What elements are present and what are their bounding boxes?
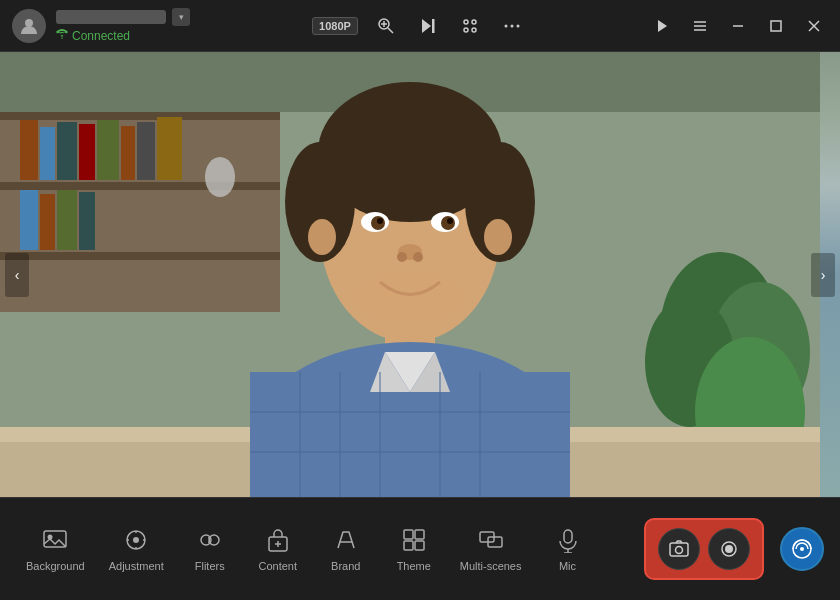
- nav-prev-button[interactable]: ‹: [5, 253, 29, 297]
- content-tool[interactable]: Content: [246, 518, 310, 580]
- username-row: ▾: [56, 8, 190, 26]
- live-button[interactable]: [780, 527, 824, 571]
- multi-scenes-tool[interactable]: Multi-scenes: [450, 518, 532, 580]
- adjustment-tool[interactable]: Adjustment: [99, 518, 174, 580]
- video-scene: [0, 52, 840, 497]
- play-button[interactable]: [648, 12, 676, 40]
- close-button[interactable]: [800, 12, 828, 40]
- svg-point-103: [725, 545, 733, 553]
- svg-point-53: [484, 219, 512, 255]
- svg-point-59: [447, 218, 453, 224]
- adjustment-label: Adjustment: [109, 560, 164, 572]
- svg-rect-97: [564, 530, 572, 543]
- svg-rect-29: [40, 127, 55, 180]
- brand-label: Brand: [331, 560, 360, 572]
- filters-tool[interactable]: Fliters: [178, 518, 242, 580]
- svg-rect-32: [97, 120, 119, 180]
- video-preview: ‹ ›: [0, 52, 840, 497]
- svg-point-7: [464, 20, 468, 24]
- svg-rect-30: [57, 122, 77, 180]
- background-tool[interactable]: Background: [16, 518, 95, 580]
- bottom-toolbar: Background Adjustment: [0, 497, 840, 600]
- multi-scenes-label: Multi-scenes: [460, 560, 522, 572]
- connected-label: Connected: [72, 29, 130, 43]
- svg-rect-28: [20, 120, 38, 180]
- svg-point-62: [413, 252, 423, 262]
- svg-rect-31: [79, 124, 95, 180]
- skip-forward-button[interactable]: [414, 12, 442, 40]
- svg-point-52: [308, 219, 336, 255]
- svg-rect-34: [137, 122, 155, 180]
- svg-point-101: [676, 547, 683, 554]
- brand-tool[interactable]: Brand: [314, 518, 378, 580]
- tool-items-list: Background Adjustment: [16, 518, 644, 580]
- svg-point-0: [25, 19, 33, 27]
- maximize-button[interactable]: [762, 12, 790, 40]
- adjustment-icon: [122, 526, 150, 554]
- svg-rect-92: [415, 530, 424, 539]
- svg-point-8: [472, 20, 476, 24]
- multi-scenes-icon: [477, 526, 505, 554]
- svg-point-40: [205, 157, 235, 197]
- theme-tool[interactable]: Theme: [382, 518, 446, 580]
- mic-tool[interactable]: Mic: [536, 518, 600, 580]
- svg-point-84: [133, 537, 139, 543]
- title-bar: ▾ Connected 1080P: [0, 0, 840, 52]
- svg-rect-36: [20, 190, 38, 250]
- svg-rect-27: [0, 252, 280, 260]
- title-bar-center: 1080P: [312, 12, 526, 40]
- more-button[interactable]: [498, 12, 526, 40]
- brand-icon: [332, 526, 360, 554]
- svg-rect-38: [57, 190, 77, 250]
- svg-rect-39: [79, 192, 95, 250]
- svg-point-105: [800, 547, 804, 551]
- mic-icon: [554, 526, 582, 554]
- wifi-icon: [56, 28, 68, 43]
- svg-marker-14: [658, 20, 667, 32]
- resolution-badge[interactable]: 1080P: [312, 17, 358, 35]
- svg-marker-5: [422, 19, 431, 33]
- svg-point-10: [472, 28, 476, 32]
- action-buttons-group: [644, 518, 764, 580]
- svg-point-13: [516, 24, 519, 27]
- svg-point-11: [504, 24, 507, 27]
- svg-rect-19: [771, 21, 781, 31]
- minimize-button[interactable]: [724, 12, 752, 40]
- svg-rect-91: [404, 530, 413, 539]
- dropdown-button[interactable]: ▾: [172, 8, 190, 26]
- menu-button[interactable]: [686, 12, 714, 40]
- window-controls: [648, 12, 828, 40]
- svg-point-9: [464, 28, 468, 32]
- theme-label: Theme: [397, 560, 431, 572]
- filters-label: Fliters: [195, 560, 225, 572]
- mic-label: Mic: [559, 560, 576, 572]
- theme-icon: [400, 526, 428, 554]
- record-button[interactable]: [708, 528, 750, 570]
- video-content: [0, 52, 820, 497]
- svg-point-12: [510, 24, 513, 27]
- background-icon: [41, 526, 69, 554]
- nav-next-button[interactable]: ›: [811, 253, 835, 297]
- svg-rect-93: [404, 541, 413, 550]
- svg-rect-33: [121, 126, 135, 180]
- svg-point-58: [377, 218, 383, 224]
- svg-rect-26: [0, 182, 280, 190]
- svg-rect-35: [157, 117, 182, 180]
- svg-line-2: [388, 28, 393, 33]
- connection-status: Connected: [56, 28, 190, 43]
- filters-icon: [196, 526, 224, 554]
- svg-rect-94: [415, 541, 424, 550]
- svg-rect-6: [432, 19, 435, 33]
- username-bar: [56, 10, 166, 24]
- screenshot-button[interactable]: [658, 528, 700, 570]
- background-label: Background: [26, 560, 85, 572]
- svg-rect-37: [40, 194, 55, 250]
- svg-point-61: [397, 252, 407, 262]
- layout-button[interactable]: [456, 12, 484, 40]
- content-label: Content: [258, 560, 297, 572]
- zoom-in-button[interactable]: [372, 12, 400, 40]
- content-icon: [264, 526, 292, 554]
- avatar: [12, 9, 46, 43]
- user-info: ▾ Connected: [56, 8, 190, 43]
- svg-point-63: [355, 272, 465, 322]
